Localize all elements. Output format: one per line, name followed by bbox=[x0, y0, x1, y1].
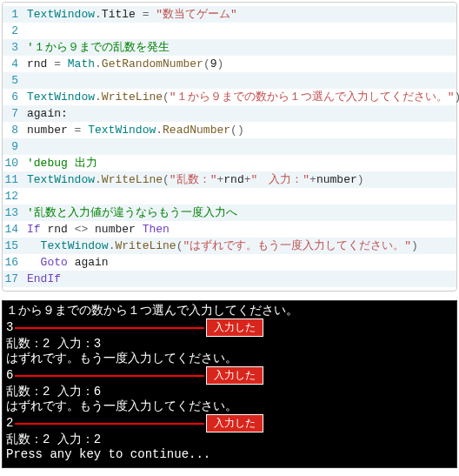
input-badge: 入力した bbox=[206, 414, 263, 432]
line-number: 12 bbox=[3, 188, 25, 204]
code-line[interactable]: 8number = TextWindow.ReadNumber() bbox=[3, 122, 456, 138]
code-line[interactable]: 9 bbox=[3, 138, 456, 155]
input-badge: 入力した bbox=[206, 318, 263, 337]
code-line[interactable]: 12 bbox=[3, 188, 456, 204]
console-output: １から９までの数から１つ選んで入力してください。3入力した乱数：2 入力：3はず… bbox=[2, 300, 457, 468]
code-content[interactable]: TextWindow.WriteLine("乱数："+rnd+" 入力："+nu… bbox=[25, 171, 456, 188]
code-line[interactable]: 6TextWindow.WriteLine("１から９までの数から１つ選んで入力… bbox=[3, 89, 456, 105]
console-line: Press any key to continue... bbox=[6, 447, 453, 462]
line-number: 10 bbox=[3, 155, 25, 171]
code-line[interactable]: 7again: bbox=[3, 105, 456, 122]
input-badge: 入力した bbox=[206, 366, 263, 385]
line-number: 2 bbox=[3, 23, 25, 39]
line-number: 15 bbox=[3, 238, 25, 254]
code-content[interactable] bbox=[25, 188, 456, 204]
line-number: 9 bbox=[3, 138, 25, 155]
code-content[interactable]: Goto again bbox=[25, 254, 456, 271]
code-line[interactable]: 16 Goto again bbox=[3, 254, 456, 271]
line-number: 6 bbox=[3, 89, 25, 105]
code-content[interactable]: TextWindow.WriteLine("はずれです。もう一度入力してください… bbox=[25, 238, 456, 254]
console-line: 乱数：2 入力：2 bbox=[6, 432, 453, 447]
code-line[interactable]: 13'乱数と入力値が違うならもう一度入力へ bbox=[3, 204, 456, 221]
console-line: １から９までの数から１つ選んで入力してください。 bbox=[6, 304, 453, 318]
console-line: はずれです。もう一度入力してください。 bbox=[6, 352, 453, 366]
code-line[interactable]: 1TextWindow.Title = "数当てゲーム" bbox=[3, 6, 456, 23]
line-number: 11 bbox=[3, 171, 25, 188]
console-input-line: 2入力した bbox=[6, 414, 453, 432]
console-input-line: 3入力した bbox=[6, 318, 453, 337]
code-content[interactable]: number = TextWindow.ReadNumber() bbox=[25, 122, 456, 138]
line-number: 13 bbox=[3, 204, 25, 221]
code-content[interactable]: TextWindow.Title = "数当てゲーム" bbox=[25, 6, 456, 23]
console-line: 乱数：2 入力：6 bbox=[6, 385, 453, 399]
line-number: 7 bbox=[3, 105, 25, 122]
console-typed-value: 2 bbox=[6, 416, 13, 431]
code-line[interactable]: 14If rnd <> number Then bbox=[3, 221, 456, 238]
code-content[interactable]: 'debug 出力 bbox=[25, 155, 456, 171]
line-number: 14 bbox=[3, 221, 25, 238]
code-line[interactable]: 2 bbox=[3, 23, 456, 39]
code-content[interactable]: '乱数と入力値が違うならもう一度入力へ bbox=[25, 204, 456, 221]
code-content[interactable] bbox=[25, 138, 456, 155]
console-typed-value: 3 bbox=[6, 320, 13, 335]
line-number: 8 bbox=[3, 122, 25, 138]
line-number: 17 bbox=[3, 271, 25, 287]
console-line: はずれです。もう一度入力してください。 bbox=[6, 399, 453, 414]
code-line[interactable]: 4rnd = Math.GetRandomNumber(9) bbox=[3, 56, 456, 72]
code-line[interactable]: 5 bbox=[3, 72, 456, 89]
code-line[interactable]: 3'１から９までの乱数を発生 bbox=[3, 39, 456, 56]
code-content[interactable] bbox=[25, 23, 456, 39]
line-number: 5 bbox=[3, 72, 25, 89]
console-line: 乱数：2 入力：3 bbox=[6, 337, 453, 352]
code-editor[interactable]: 1TextWindow.Title = "数当てゲーム"23'１から９までの乱数… bbox=[2, 2, 457, 292]
code-line[interactable]: 10'debug 出力 bbox=[3, 155, 456, 171]
line-number: 3 bbox=[3, 39, 25, 56]
code-content[interactable]: TextWindow.WriteLine("１から９までの数から１つ選んで入力し… bbox=[25, 89, 459, 105]
code-line[interactable]: 11TextWindow.WriteLine("乱数："+rnd+" 入力："+… bbox=[3, 171, 456, 188]
console-input-line: 6入力した bbox=[6, 366, 453, 385]
line-number: 4 bbox=[3, 56, 25, 72]
code-content[interactable]: If rnd <> number Then bbox=[25, 221, 456, 238]
code-content[interactable]: rnd = Math.GetRandomNumber(9) bbox=[25, 56, 456, 72]
console-typed-value: 6 bbox=[6, 368, 13, 383]
code-content[interactable]: EndIf bbox=[25, 271, 456, 287]
code-content[interactable] bbox=[25, 72, 456, 89]
line-number: 1 bbox=[3, 6, 25, 23]
annotation-bar bbox=[15, 375, 204, 377]
annotation-bar bbox=[15, 423, 204, 425]
code-line[interactable]: 17EndIf bbox=[3, 271, 456, 287]
line-number: 16 bbox=[3, 254, 25, 271]
code-content[interactable]: '１から９までの乱数を発生 bbox=[25, 39, 456, 56]
annotation-bar bbox=[15, 327, 204, 329]
code-content[interactable]: again: bbox=[25, 105, 456, 122]
code-line[interactable]: 15 TextWindow.WriteLine("はずれです。もう一度入力してく… bbox=[3, 238, 456, 254]
